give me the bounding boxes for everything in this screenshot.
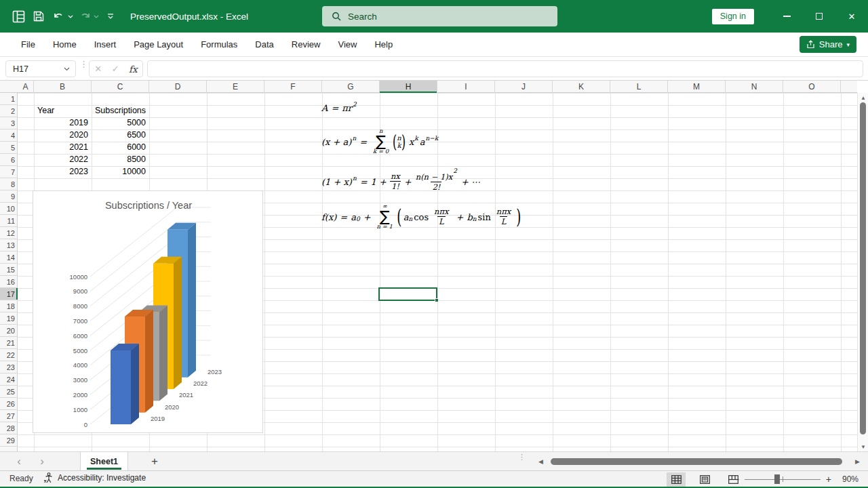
row-header-13[interactable]: 13 <box>0 239 18 251</box>
column-header-I[interactable]: I <box>437 81 495 93</box>
row-header-9[interactable]: 9 <box>0 190 18 203</box>
equation-circle-area[interactable]: A = πr2 <box>321 101 357 115</box>
cell-C2[interactable]: Subscriptions <box>92 105 149 117</box>
row-header-8[interactable]: 8 <box>0 178 18 190</box>
cell-C6[interactable]: 8500 <box>92 154 149 166</box>
column-header-H[interactable]: H <box>380 81 437 93</box>
excel-app-icon[interactable] <box>8 6 28 26</box>
ribbon-tab-page-layout[interactable]: Page Layout <box>125 33 192 56</box>
ribbon-tab-data[interactable]: Data <box>246 33 282 56</box>
row-header-16[interactable]: 16 <box>0 276 18 288</box>
row-header-29[interactable]: 29 <box>0 434 18 447</box>
vertical-scrollbar[interactable]: ▲ ▼ <box>857 93 868 451</box>
horizontal-scroll-thumb[interactable] <box>551 458 842 465</box>
row-header-17[interactable]: 17 <box>0 288 18 300</box>
row-header-5[interactable]: 5 <box>0 142 18 154</box>
ribbon-tab-view[interactable]: View <box>329 33 366 56</box>
cell-C7[interactable]: 10000 <box>92 166 149 178</box>
previous-sheet-icon[interactable]: ‹ <box>12 452 26 471</box>
selected-cell-H17[interactable] <box>378 287 437 301</box>
minimize-button[interactable] <box>770 0 803 33</box>
column-header-L[interactable]: L <box>610 81 668 93</box>
row-header-14[interactable]: 14 <box>0 251 18 264</box>
zoom-slider-thumb[interactable] <box>774 474 780 484</box>
column-header-G[interactable]: G <box>322 81 380 93</box>
scroll-left-icon[interactable]: ◀ <box>538 458 543 465</box>
column-header-B[interactable]: B <box>34 81 92 93</box>
column-header-N[interactable]: N <box>726 81 783 93</box>
cancel-icon[interactable]: ✕ <box>94 64 102 74</box>
row-header-23[interactable]: 23 <box>0 361 18 373</box>
zoom-out-button[interactable]: − <box>734 474 739 485</box>
ribbon-tab-home[interactable]: Home <box>44 33 85 56</box>
equation-fourier-series[interactable]: f(x) = a0 + ∞ ∑ n = 1 ( an cos nπx L + b… <box>321 200 523 234</box>
ribbon-tab-help[interactable]: Help <box>366 33 401 56</box>
cell-B4[interactable]: 2020 <box>34 129 92 142</box>
share-button[interactable]: Share ▾ <box>800 36 856 53</box>
customize-qat-icon[interactable] <box>100 6 121 26</box>
column-header-C[interactable]: C <box>92 81 149 93</box>
row-header-10[interactable]: 10 <box>0 203 18 215</box>
column-header-E[interactable]: E <box>207 81 264 93</box>
horizontal-scrollbar[interactable]: ◀ ▶ <box>536 452 863 471</box>
equation-binomial-series[interactable]: (1 + x)n = 1 + nx 1! + n(n − 1)x2 2! + ⋯ <box>321 169 480 195</box>
tabbar-drag-handle[interactable]: ⋮ <box>518 455 525 459</box>
row-header-21[interactable]: 21 <box>0 337 18 349</box>
row-header-22[interactable]: 22 <box>0 349 18 361</box>
ribbon-tab-insert[interactable]: Insert <box>85 33 125 56</box>
row-header-19[interactable]: 19 <box>0 312 18 325</box>
fill-handle[interactable] <box>435 298 439 302</box>
vertical-scroll-thumb[interactable] <box>860 102 866 434</box>
cell-B5[interactable]: 2021 <box>34 142 92 154</box>
row-header-27[interactable]: 27 <box>0 410 18 422</box>
ribbon-tab-formulas[interactable]: Formulas <box>192 33 246 56</box>
scroll-right-icon[interactable]: ▶ <box>855 458 860 465</box>
row-header-7[interactable]: 7 <box>0 166 18 178</box>
formula-bar-drag-handle[interactable]: ⋮ <box>79 62 85 66</box>
row-header-24[interactable]: 24 <box>0 373 18 386</box>
accessibility-status[interactable]: Accessibility: Investigate <box>43 472 146 483</box>
cell-B7[interactable]: 2023 <box>34 166 92 178</box>
row-header-12[interactable]: 12 <box>0 227 18 239</box>
equation-binomial-theorem[interactable]: (x + a)n = n ∑ k = 0 ( n k ) xk an−k <box>321 123 438 160</box>
row-header-26[interactable]: 26 <box>0 398 18 410</box>
ribbon-tab-review[interactable]: Review <box>283 33 330 56</box>
row-header-2[interactable]: 2 <box>0 105 18 117</box>
row-header-20[interactable]: 20 <box>0 325 18 337</box>
column-header-M[interactable]: M <box>668 81 726 93</box>
undo-dropdown-icon[interactable] <box>66 6 75 26</box>
close-button[interactable]: ✕ <box>835 0 868 33</box>
chart-object[interactable]: 0100020003000400050006000700080009000100… <box>33 190 263 433</box>
cell-C4[interactable]: 6500 <box>92 129 149 142</box>
maximize-button[interactable] <box>803 0 835 33</box>
page-layout-view-button[interactable] <box>695 472 714 487</box>
cell-B3[interactable]: 2019 <box>34 117 92 129</box>
row-header-1[interactable]: 1 <box>0 93 18 105</box>
column-header-K[interactable]: K <box>553 81 610 93</box>
column-header-F[interactable]: F <box>264 81 322 93</box>
formula-input[interactable] <box>147 60 863 77</box>
scroll-down-icon[interactable]: ▼ <box>858 442 868 451</box>
name-box-dropdown-icon[interactable] <box>64 67 70 71</box>
next-sheet-icon[interactable]: › <box>35 452 49 471</box>
ribbon-tab-file[interactable]: File <box>12 33 44 56</box>
zoom-in-button[interactable]: + <box>826 474 831 485</box>
column-header-A[interactable]: A <box>18 81 34 93</box>
name-box[interactable]: H17 <box>5 60 76 77</box>
cell-C5[interactable]: 6000 <box>92 142 149 154</box>
normal-view-button[interactable] <box>667 472 686 487</box>
cell-C3[interactable]: 5000 <box>92 117 149 129</box>
row-header-6[interactable]: 6 <box>0 154 18 166</box>
cell-B6[interactable]: 2022 <box>34 154 92 166</box>
save-icon[interactable] <box>28 6 49 26</box>
new-sheet-button[interactable]: + <box>146 452 163 471</box>
insert-function-icon[interactable]: fx <box>129 64 138 75</box>
sign-in-button[interactable]: Sign in <box>712 9 754 24</box>
row-header-3[interactable]: 3 <box>0 117 18 129</box>
scroll-up-icon[interactable]: ▲ <box>858 93 868 102</box>
column-header-D[interactable]: D <box>149 81 207 93</box>
row-header-25[interactable]: 25 <box>0 386 18 398</box>
row-header-15[interactable]: 15 <box>0 264 18 276</box>
search-input[interactable]: Search <box>322 6 557 26</box>
zoom-slider[interactable] <box>745 479 821 480</box>
